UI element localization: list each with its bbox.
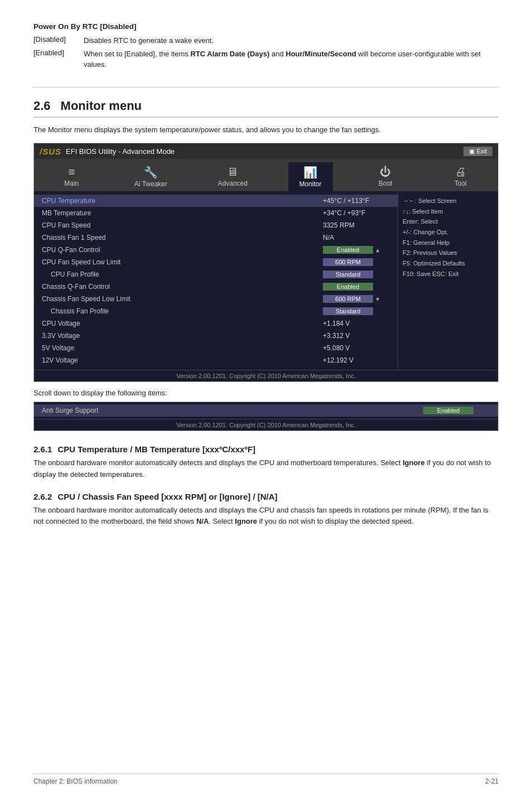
bios-content-area: CPU Temperature +45°C / +113°F MB Temper… xyxy=(34,191,498,370)
cpu-profile-label: CPU Fan Profile xyxy=(42,270,323,278)
bios-help-panel: →←: Select Screen ↑↓: Select Item Enter:… xyxy=(398,191,498,370)
section-number: 2.6 xyxy=(33,99,51,113)
bios-title-text: EFI BIOS Utility - Advanced Mode xyxy=(66,147,175,156)
help-line-2: ↑↓: Select Item xyxy=(403,206,494,217)
bios-row-mb-temp: MB Temperature +34°C / +93°F xyxy=(34,207,398,219)
chassis-fan-low-label: Chassis Fan Speed Low Limit xyxy=(42,295,323,303)
chassis-fan1-label: Chassis Fan 1 Speed xyxy=(42,234,323,241)
subsection-261-number: 2.6.1 xyxy=(33,445,52,454)
rtc-label-disabled: [Disabled] xyxy=(33,35,84,46)
rtc-desc-enabled: When set to [Enabled], the items RTC Ala… xyxy=(84,49,499,70)
subsection-262-header: 2.6.2 CPU / Chassis Fan Speed [xxxx RPM]… xyxy=(33,492,499,501)
bios-exit-button[interactable]: ▣ Exit xyxy=(463,147,492,156)
subsection-262-title: CPU / Chassis Fan Speed [xxxx RPM] or [I… xyxy=(57,492,277,501)
chassis-fan1-value: N/A xyxy=(323,234,390,241)
monitor-icon: 📊 xyxy=(303,166,317,179)
asus-logo: /SUS xyxy=(40,147,61,156)
cpu-fan-low-value[interactable]: 600 RPM xyxy=(323,258,390,266)
bios2-footer: Version 2.00.1201. Copyright (C) 2010 Am… xyxy=(34,419,498,431)
v12-label: 12V Voltage xyxy=(42,356,323,364)
cpu-temp-label: CPU Temperature xyxy=(42,197,323,205)
bios-brand: /SUS EFI BIOS Utility - Advanced Mode xyxy=(40,147,175,156)
rtc-row-enabled: [Enabled] When set to [Enabled], the ite… xyxy=(33,49,499,70)
cpu-qfan-label: CPU Q-Fan Control xyxy=(42,246,323,254)
subsection-261-title: CPU Temperature / MB Temperature [xxxºC/… xyxy=(57,445,255,454)
rtc-title: Power On By RTC [Disabled] xyxy=(33,22,499,31)
scroll-note: Scroll down to display the following ite… xyxy=(33,389,499,397)
main-icon: ≡ xyxy=(68,166,75,178)
chassis-fan-low-btn[interactable]: 600 RPM xyxy=(323,295,373,303)
v5-value: +5.080 V xyxy=(323,344,390,352)
aitweaker-icon: 🔧 xyxy=(144,166,158,179)
bios-nav-aitweaker[interactable]: 🔧 Ai Tweaker xyxy=(124,162,177,191)
bios-row-cpu-profile: CPU Fan Profile Standard xyxy=(34,268,398,281)
exit-label: Exit xyxy=(477,148,487,154)
boot-icon: ⏻ xyxy=(380,166,391,178)
cpu-fan-label: CPU Fan Speed xyxy=(42,221,323,229)
bios-nav-monitor[interactable]: 📊 Monitor xyxy=(288,162,333,191)
bios-nav-monitor-label: Monitor xyxy=(299,180,322,188)
bios-nav-advanced[interactable]: 🖥 Advanced xyxy=(208,162,258,191)
bios-nav-tool[interactable]: 🖨 Tool xyxy=(438,162,483,191)
mb-temp-value: +34°C / +93°F xyxy=(323,209,390,217)
help-line-3: Enter: Select xyxy=(403,216,494,227)
v33-label: 3.3V Voltage xyxy=(42,332,323,340)
section-title: Monitor menu xyxy=(61,99,142,113)
cpu-qfan-btn[interactable]: Enabled xyxy=(323,246,373,254)
rtc-section: Power On By RTC [Disabled] [Disabled] Di… xyxy=(33,22,499,70)
bios-rows-area: CPU Temperature +45°C / +113°F MB Temper… xyxy=(34,191,398,370)
subsection-261: 2.6.1 CPU Temperature / MB Temperature [… xyxy=(33,445,499,481)
subsection-262: 2.6.2 CPU / Chassis Fan Speed [xxxx RPM]… xyxy=(33,492,499,528)
chassis-qfan-btn[interactable]: Enabled xyxy=(323,283,373,291)
v12-value: +12.192 V xyxy=(323,356,390,364)
antisurge-value[interactable]: Enabled xyxy=(423,407,490,414)
rtc-desc-disabled: Disables RTC to generate a wake event. xyxy=(84,35,499,46)
cpu-profile-btn[interactable]: Standard xyxy=(323,270,373,278)
bios-nav-main-label: Main xyxy=(64,180,79,187)
bios-row-5v: 5V Voltage +5.080 V xyxy=(34,342,398,354)
bios-row-chassis-qfan: Chassis Q-Fan Control Enabled xyxy=(34,281,398,293)
footer-right: 2-21 xyxy=(485,777,499,785)
bios-screenshot: /SUS EFI BIOS Utility - Advanced Mode ▣ … xyxy=(33,143,499,382)
chassis-qfan-value[interactable]: Enabled xyxy=(323,283,390,291)
bios2-row-antisurge: Anti Surge Support Enabled xyxy=(34,404,498,417)
bios-row-33v: 3.3V Voltage +3.312 V xyxy=(34,330,398,342)
cpu-profile-value[interactable]: Standard xyxy=(323,270,390,278)
v5-label: 5V Voltage xyxy=(42,344,323,352)
bios-nav-boot-label: Boot xyxy=(379,180,393,187)
bios-row-chassis-fan-low: Chassis Fan Speed Low Limit 600 RPM ▼ xyxy=(34,293,398,305)
cpu-fan-value: 3325 RPM xyxy=(323,221,390,229)
bios-row-cpu-fan: CPU Fan Speed 3325 RPM xyxy=(34,219,398,231)
subsection-261-desc: The onboard hardware monitor automatical… xyxy=(33,457,499,481)
bios-row-cpu-fan-low: CPU Fan Speed Low Limit 600 RPM xyxy=(34,256,398,268)
tool-icon: 🖨 xyxy=(455,166,466,178)
rtc-table: [Disabled] Disables RTC to generate a wa… xyxy=(33,35,499,70)
help-line-1: →←: Select Screen xyxy=(403,196,494,206)
antisurge-btn[interactable]: Enabled xyxy=(423,407,473,414)
chassis-profile-label: Chassis Fan Profile xyxy=(42,307,323,315)
bios-nav-boot[interactable]: ⏻ Boot xyxy=(363,162,408,191)
page-footer: Chapter 2: BIOS information 2-21 xyxy=(33,774,499,785)
help-line-7: F5: Optimized Defaults xyxy=(403,258,494,269)
rtc-row-disabled: [Disabled] Disables RTC to generate a wa… xyxy=(33,35,499,46)
cpu-fan-low-btn[interactable]: 600 RPM xyxy=(323,258,373,266)
cpu-temp-value: +45°C / +113°F xyxy=(323,197,390,205)
bios-footer: Version 2.00.1201. Copyright (C) 2010 Am… xyxy=(34,370,498,381)
bios-row-cpu-temp: CPU Temperature +45°C / +113°F xyxy=(34,195,398,207)
section-desc: The Monitor menu displays the system tem… xyxy=(33,124,499,136)
bios-row-cpu-voltage: CPU Voltage +1.184 V xyxy=(34,317,398,330)
bios2-content: Anti Surge Support Enabled xyxy=(34,402,498,419)
subsection-262-desc: The onboard hardware monitor automatical… xyxy=(33,505,499,528)
bios-titlebar: /SUS EFI BIOS Utility - Advanced Mode ▣ … xyxy=(34,143,498,159)
cpu-qfan-value[interactable]: Enabled ▲ xyxy=(323,246,390,254)
chassis-fan-low-value[interactable]: 600 RPM ▼ xyxy=(323,295,390,303)
chassis-profile-value[interactable]: Standard xyxy=(323,307,390,315)
section-divider xyxy=(33,87,499,88)
exit-icon: ▣ xyxy=(469,148,475,155)
chassis-profile-btn[interactable]: Standard xyxy=(323,307,373,315)
bios-row-chassis-fan1: Chassis Fan 1 Speed N/A xyxy=(34,231,398,244)
bios-row-cpu-qfan: CPU Q-Fan Control Enabled ▲ xyxy=(34,244,398,256)
bios-nav-main[interactable]: ≡ Main xyxy=(49,162,94,191)
bios-nav: ≡ Main 🔧 Ai Tweaker 🖥 Advanced 📊 Monitor… xyxy=(34,159,498,191)
subsection-262-number: 2.6.2 xyxy=(33,492,52,501)
